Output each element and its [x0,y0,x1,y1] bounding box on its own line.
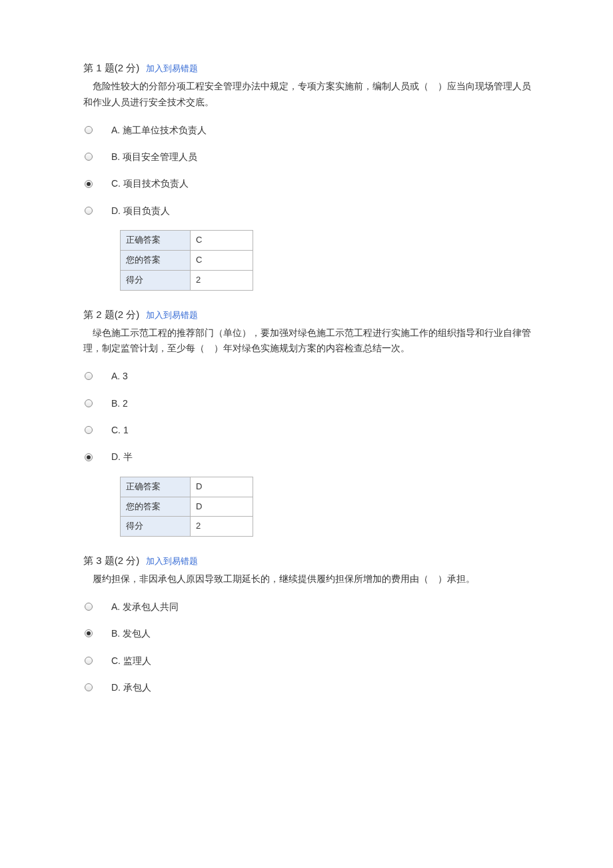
score-value: 2 [191,517,253,537]
add-to-error-link[interactable]: 加入到易错题 [146,310,198,320]
add-to-error-link[interactable]: 加入到易错题 [146,63,198,73]
option-row[interactable]: B. 发包人 [83,626,540,641]
option-row[interactable]: B. 项目安全管理人员 [83,149,540,164]
option-row[interactable]: D. 半 [83,449,540,464]
question-header: 第 2 题(2 分) 加入到易错题 [83,307,540,323]
table-row: 得分 2 [121,517,253,537]
option-label: C. 监理人 [111,653,151,668]
option-label: A. 3 [111,369,128,383]
answer-table: 正确答案 D 您的答案 D 得分 2 [120,477,253,537]
radio-icon[interactable] [85,153,93,161]
option-row[interactable]: C. 监理人 [83,653,540,668]
question-block: 第 1 题(2 分) 加入到易错题 危险性较大的分部分项工程安全管理办法中规定，… [83,60,540,291]
radio-icon[interactable] [85,453,93,461]
your-answer-value: D [191,497,253,517]
table-row: 正确答案 C [121,231,253,251]
table-row: 正确答案 D [121,477,253,497]
option-label: B. 2 [111,396,128,411]
radio-icon[interactable] [85,629,93,637]
option-row[interactable]: A. 3 [83,369,540,383]
option-label: D. 半 [111,449,133,464]
option-label: D. 承包人 [111,680,151,695]
question-header: 第 3 题(2 分) 加入到易错题 [83,553,540,569]
option-row[interactable]: D. 项目负责人 [83,203,540,218]
question-block: 第 2 题(2 分) 加入到易错题 绿色施工示范工程的推荐部门（单位），要加强对… [83,307,540,537]
question-number: 第 1 题(2 分) [83,62,139,73]
score-label: 得分 [121,517,191,537]
table-row: 您的答案 C [121,250,253,270]
correct-answer-label: 正确答案 [121,231,191,251]
option-label: D. 项目负责人 [111,203,170,218]
score-label: 得分 [121,270,191,290]
radio-icon[interactable] [85,683,93,691]
correct-answer-label: 正确答案 [121,477,191,497]
question-header: 第 1 题(2 分) 加入到易错题 [83,60,540,76]
score-value: 2 [191,270,253,290]
option-label: B. 项目安全管理人员 [111,149,197,164]
radio-icon[interactable] [85,426,93,434]
correct-answer-value: C [191,231,253,251]
option-row[interactable]: D. 承包人 [83,680,540,695]
radio-icon[interactable] [85,126,93,134]
radio-icon[interactable] [85,657,93,665]
your-answer-label: 您的答案 [121,250,191,270]
question-number: 第 2 题(2 分) [83,309,139,320]
radio-icon[interactable] [85,603,93,611]
question-text: 履约担保，非因承包人原因导致工期延长的，继续提供履约担保所增加的费用由（ ）承担… [83,571,540,587]
option-row[interactable]: C. 项目技术负责人 [83,176,540,191]
question-text: 绿色施工示范工程的推荐部门（单位），要加强对绿色施工示范工程进行实施工作的组织指… [83,325,540,357]
question-block: 第 3 题(2 分) 加入到易错题 履约担保，非因承包人原因导致工期延长的，继续… [83,553,540,695]
table-row: 得分 2 [121,270,253,290]
question-text: 危险性较大的分部分项工程安全管理办法中规定，专项方案实施前，编制人员或（ ）应当… [83,79,540,111]
table-row: 您的答案 D [121,497,253,517]
radio-icon[interactable] [85,207,93,215]
radio-icon[interactable] [85,372,93,380]
option-label: A. 发承包人共同 [111,599,179,614]
your-answer-value: C [191,250,253,270]
option-label: C. 1 [111,423,129,437]
option-label: A. 施工单位技术负责人 [111,123,207,137]
option-label: B. 发包人 [111,626,151,641]
question-number: 第 3 题(2 分) [83,555,139,566]
option-row[interactable]: A. 施工单位技术负责人 [83,123,540,137]
add-to-error-link[interactable]: 加入到易错题 [146,556,198,566]
option-row[interactable]: A. 发承包人共同 [83,599,540,614]
option-label: C. 项目技术负责人 [111,176,189,191]
option-row[interactable]: C. 1 [83,423,540,437]
option-row[interactable]: B. 2 [83,396,540,411]
answer-table: 正确答案 C 您的答案 C 得分 2 [120,230,253,290]
correct-answer-value: D [191,477,253,497]
radio-icon[interactable] [85,180,93,188]
your-answer-label: 您的答案 [121,497,191,517]
radio-icon[interactable] [85,399,93,407]
